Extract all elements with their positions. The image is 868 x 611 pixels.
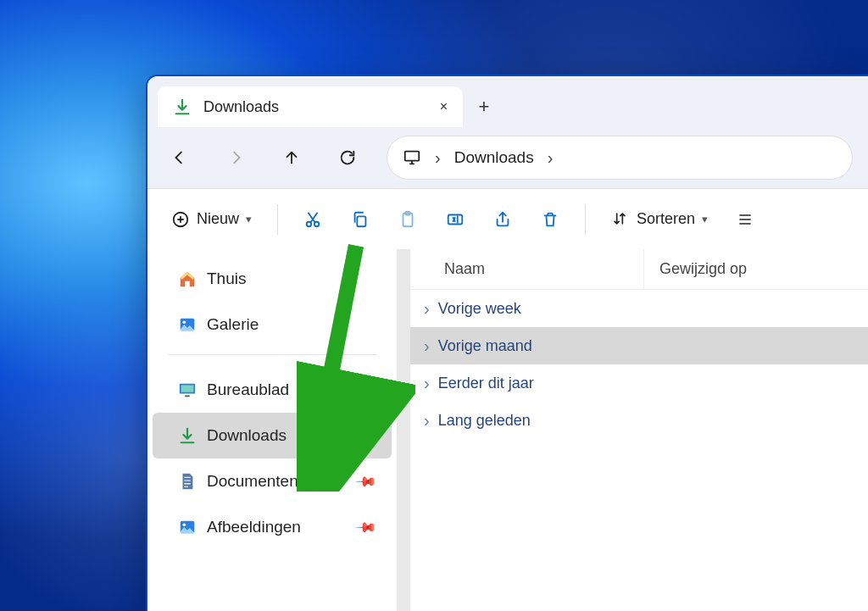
sidebar-item-label: Thuis	[207, 269, 246, 288]
group-label: Vorige week	[438, 300, 521, 318]
content-pane: Naam Gewijzigd op Vorige week Vorige maa…	[410, 249, 868, 611]
sidebar-item-label: Galerie	[207, 315, 259, 334]
breadcrumb-separator	[548, 148, 554, 168]
home-icon	[178, 269, 197, 288]
new-button[interactable]: Nieuw ▾	[159, 200, 264, 239]
view-button[interactable]	[725, 200, 765, 239]
sidebar: Thuis Galerie Bureaublad 📌 Downloads 📌 D…	[147, 249, 397, 611]
tab-bar: Downloads × +	[147, 76, 868, 127]
file-explorer-window: Downloads × + Downloads Nieuw ▾	[146, 75, 868, 611]
sidebar-item-documents[interactable]: Documenten 📌	[153, 458, 392, 504]
delete-button[interactable]	[529, 200, 571, 239]
sort-button[interactable]: Sorteren ▾	[599, 200, 720, 239]
svg-point-13	[183, 523, 186, 526]
new-label: Nieuw	[197, 210, 239, 228]
download-icon	[178, 426, 197, 445]
sidebar-item-label: Afbeeldingen	[207, 518, 301, 536]
sidebar-divider	[168, 354, 376, 355]
chevron-down-icon: ▾	[702, 213, 708, 225]
rename-button[interactable]	[434, 200, 476, 239]
pin-icon[interactable]: 📌	[354, 515, 378, 539]
desktop-icon	[178, 380, 197, 399]
svg-rect-4	[357, 216, 365, 226]
svg-rect-11	[181, 386, 194, 392]
pin-icon[interactable]: 📌	[354, 469, 378, 493]
breadcrumb[interactable]: Downloads	[387, 136, 853, 180]
up-button[interactable]	[275, 141, 309, 175]
group-previous-month[interactable]: Vorige maand	[410, 327, 868, 364]
sort-icon	[611, 210, 630, 229]
chevron-right-icon	[424, 336, 430, 356]
monitor-icon	[403, 148, 421, 167]
sidebar-item-home[interactable]: Thuis	[153, 256, 392, 302]
toolbar-separator	[277, 204, 278, 235]
toolbar-separator	[585, 204, 586, 235]
gallery-icon	[178, 315, 197, 334]
chevron-right-icon	[424, 374, 430, 393]
plus-circle-icon	[171, 210, 190, 229]
forward-button[interactable]	[219, 141, 253, 175]
group-previous-week[interactable]: Vorige week	[410, 290, 868, 327]
explorer-body: Thuis Galerie Bureaublad 📌 Downloads 📌 D…	[147, 249, 868, 611]
address-bar: Downloads	[147, 127, 868, 188]
new-tab-button[interactable]: +	[463, 86, 505, 127]
group-earlier-this-year[interactable]: Eerder dit jaar	[410, 364, 868, 402]
sort-label: Sorteren	[637, 210, 695, 228]
share-button[interactable]	[481, 200, 524, 239]
sidebar-item-label: Downloads	[207, 426, 287, 445]
chevron-down-icon: ▾	[246, 213, 252, 225]
cut-button[interactable]	[292, 200, 334, 239]
download-icon	[173, 97, 192, 116]
sidebar-item-downloads[interactable]: Downloads 📌	[153, 413, 392, 458]
svg-point-9	[183, 320, 186, 324]
group-long-ago[interactable]: Lang geleden	[410, 402, 868, 439]
sidebar-item-desktop[interactable]: Bureaublad 📌	[153, 367, 392, 413]
chevron-right-icon	[424, 411, 430, 430]
tab-title: Downloads	[203, 98, 279, 116]
back-button[interactable]	[163, 141, 197, 175]
document-icon	[178, 472, 197, 491]
svg-rect-7	[448, 214, 463, 224]
breadcrumb-separator	[435, 148, 441, 168]
breadcrumb-location[interactable]: Downloads	[454, 148, 534, 167]
refresh-button[interactable]	[331, 141, 364, 175]
copy-button[interactable]	[339, 200, 381, 239]
sidebar-item-gallery[interactable]: Galerie	[153, 302, 392, 347]
sidebar-item-label: Bureaublad	[207, 380, 289, 399]
close-icon[interactable]: ×	[440, 99, 448, 114]
chevron-right-icon	[424, 299, 430, 319]
column-modified[interactable]: Gewijzigd op	[644, 249, 747, 289]
paste-button[interactable]	[387, 200, 429, 239]
pictures-icon	[178, 518, 197, 536]
pin-icon[interactable]: 📌	[354, 424, 378, 447]
sidebar-item-label: Documenten	[207, 472, 298, 491]
group-label: Eerder dit jaar	[438, 375, 534, 392]
column-name[interactable]: Naam	[410, 249, 644, 289]
tab-downloads[interactable]: Downloads ×	[158, 86, 463, 127]
pin-icon[interactable]: 📌	[354, 378, 378, 402]
sidebar-scrollbar[interactable]	[397, 249, 410, 611]
group-label: Lang geleden	[438, 412, 531, 430]
toolbar: Nieuw ▾ Sorteren ▾	[147, 188, 868, 249]
sidebar-item-pictures[interactable]: Afbeeldingen 📌	[153, 504, 392, 550]
svg-rect-0	[405, 152, 420, 161]
group-label: Vorige maand	[438, 337, 532, 355]
column-headers: Naam Gewijzigd op	[410, 249, 868, 290]
